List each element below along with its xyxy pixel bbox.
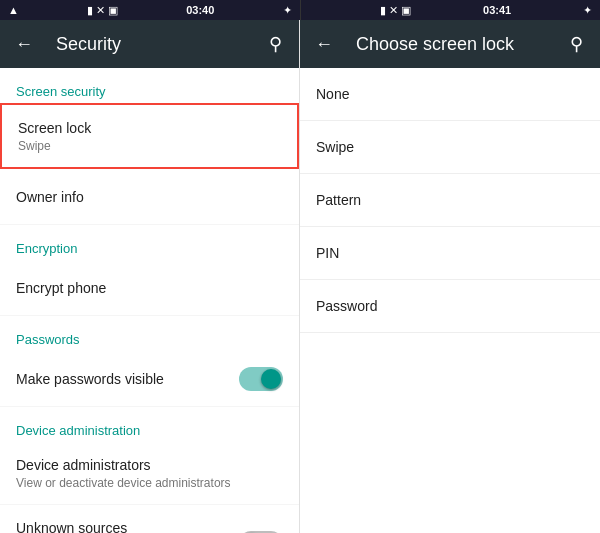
- make-passwords-visible-title: Make passwords visible: [16, 370, 239, 388]
- security-panel: ← Security ⚲ Screen security Screen lock…: [0, 20, 300, 533]
- toggle-knob: [261, 369, 281, 389]
- status-bar: ▲ ▮ ✕ ▣ 03:40 ✦ ▮ ✕ ▣ 03:41 ✦: [0, 0, 600, 20]
- unknown-sources-text: Unknown sources Allow installation of ap…: [16, 519, 239, 533]
- left-battery-icon: ▮: [87, 4, 93, 17]
- status-bar-right: ▮ ✕ ▣ 03:41 ✦: [300, 0, 601, 20]
- left-wifi-off-icon: ✕: [96, 4, 105, 17]
- right-extra-icon: ✦: [583, 4, 592, 17]
- lock-options-content: None Swipe Pattern PIN Password: [300, 68, 600, 533]
- security-search-button[interactable]: ⚲: [259, 28, 291, 60]
- right-time: 03:41: [483, 4, 511, 16]
- unknown-sources-item[interactable]: Unknown sources Allow installation of ap…: [0, 505, 299, 533]
- left-signal-icon: ▲: [8, 4, 19, 16]
- lock-option-swipe[interactable]: Swipe: [300, 121, 600, 174]
- screen-lock-text: Screen lock Swipe: [18, 119, 281, 153]
- left-time: 03:40: [186, 4, 214, 16]
- owner-info-title: Owner info: [16, 188, 283, 206]
- make-passwords-visible-text: Make passwords visible: [16, 370, 239, 388]
- lock-option-pattern[interactable]: Pattern: [300, 174, 600, 227]
- lock-option-pin[interactable]: PIN: [300, 227, 600, 280]
- screen-security-header: Screen security: [0, 68, 299, 103]
- right-status-icons: ▮ ✕ ▣: [380, 4, 411, 17]
- security-back-button[interactable]: ←: [8, 28, 40, 60]
- device-admin-header: Device administration: [0, 407, 299, 442]
- choose-lock-title: Choose screen lock: [356, 34, 560, 55]
- encryption-header: Encryption: [0, 225, 299, 260]
- passwords-visible-toggle[interactable]: [239, 367, 283, 391]
- left-sim-icon: ▣: [108, 4, 118, 17]
- choose-lock-panel: ← Choose screen lock ⚲ None Swipe Patter…: [300, 20, 600, 533]
- encrypt-phone-title: Encrypt phone: [16, 279, 283, 297]
- owner-info-text: Owner info: [16, 188, 283, 206]
- device-administrators-item[interactable]: Device administrators View or deactivate…: [0, 442, 299, 505]
- owner-info-item[interactable]: Owner info: [0, 169, 299, 225]
- encrypt-phone-item[interactable]: Encrypt phone: [0, 260, 299, 316]
- security-app-bar: ← Security ⚲: [0, 20, 299, 68]
- device-administrators-text: Device administrators View or deactivate…: [16, 456, 283, 490]
- choose-lock-app-bar: ← Choose screen lock ⚲: [300, 20, 600, 68]
- left-status-icons: ▮ ✕ ▣: [87, 4, 118, 17]
- right-wifi-off-icon: ✕: [389, 4, 398, 17]
- encrypt-phone-text: Encrypt phone: [16, 279, 283, 297]
- lock-option-password[interactable]: Password: [300, 280, 600, 333]
- panels: ← Security ⚲ Screen security Screen lock…: [0, 20, 600, 533]
- security-title: Security: [56, 34, 259, 55]
- unknown-sources-title: Unknown sources: [16, 519, 239, 533]
- screen-lock-item[interactable]: Screen lock Swipe: [0, 103, 299, 169]
- screen-lock-subtitle: Swipe: [18, 139, 281, 153]
- right-battery-icon: ▮: [380, 4, 386, 17]
- screen-lock-title: Screen lock: [18, 119, 281, 137]
- passwords-header: Passwords: [0, 316, 299, 351]
- choose-lock-back-button[interactable]: ←: [308, 28, 340, 60]
- right-sim-icon: ▣: [401, 4, 411, 17]
- security-settings-content: Screen security Screen lock Swipe Owner …: [0, 68, 299, 533]
- lock-option-none[interactable]: None: [300, 68, 600, 121]
- choose-lock-search-button[interactable]: ⚲: [560, 28, 592, 60]
- left-extra-icon: ✦: [283, 4, 292, 17]
- device-administrators-title: Device administrators: [16, 456, 283, 474]
- make-passwords-visible-item[interactable]: Make passwords visible: [0, 351, 299, 407]
- status-bar-left: ▲ ▮ ✕ ▣ 03:40 ✦: [0, 0, 300, 20]
- device-administrators-subtitle: View or deactivate device administrators: [16, 476, 283, 490]
